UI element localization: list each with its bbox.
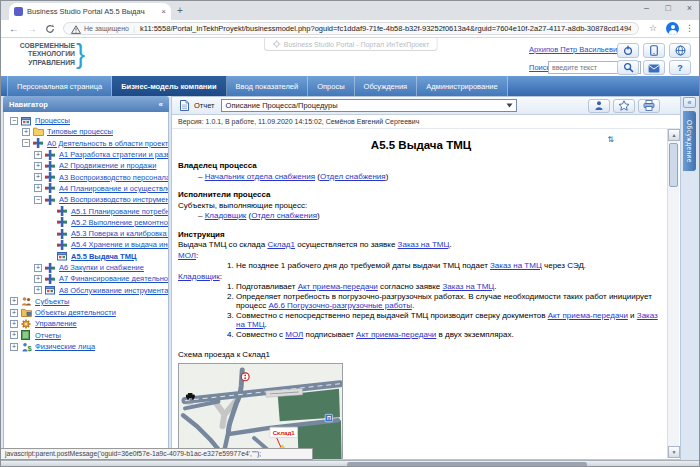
portal-nav-tab-5[interactable]: Администрирование <box>417 76 508 96</box>
profile-avatar[interactable] <box>666 22 679 35</box>
tree-expander-icon[interactable]: − <box>10 117 18 125</box>
tab-close-icon[interactable]: × <box>161 7 166 16</box>
tree-link[interactable]: А3 Воспроизводство персонала <box>59 173 168 182</box>
tree-expander-icon[interactable]: + <box>10 343 18 351</box>
scroll-down-icon[interactable]: ▼ <box>668 446 680 458</box>
content-link[interactable]: Акт приема-передачи <box>356 330 436 339</box>
print-button[interactable] <box>638 99 660 113</box>
tree-link[interactable]: Процессы <box>35 116 70 125</box>
scrollbar-thumb[interactable] <box>669 143 678 187</box>
content-link[interactable]: А6.6 Погрузочно-разгрузочные работы <box>268 301 412 310</box>
bookmark-star-icon[interactable]: ☆ <box>649 23 657 33</box>
back-icon[interactable]: ← <box>9 23 19 34</box>
subscribe-button[interactable] <box>588 99 610 113</box>
browser-tab[interactable]: Business Studio Portal A5.5 Выдача × <box>9 3 171 20</box>
tree-expander-icon[interactable]: + <box>34 162 42 170</box>
language-button[interactable] <box>669 43 691 58</box>
tree-expander-icon[interactable]: + <box>34 286 42 294</box>
portal-nav-tab-4[interactable]: Обсуждения <box>355 76 418 96</box>
window-minimize-button[interactable]: – <box>644 3 649 13</box>
tree-expander-icon[interactable]: + <box>34 173 42 181</box>
security-label[interactable]: Не защищено <box>84 25 129 32</box>
content-link[interactable]: Заказ на ТМЦ <box>398 240 450 249</box>
status-bar-link-preview: javascript:parent.postMessage('oguid=36e… <box>1 448 313 460</box>
content-link[interactable]: Склад1 <box>267 240 295 249</box>
tree-expander-icon[interactable]: − <box>22 139 30 147</box>
content-link[interactable]: Отдел снабжения <box>251 211 317 220</box>
tree-link[interactable]: А2 Продвижение и продажи <box>59 161 156 170</box>
window-maximize-button[interactable]: □ <box>666 3 671 13</box>
content-link[interactable]: Акт приема-передачи <box>298 282 378 291</box>
content-link[interactable]: МОЛ <box>285 330 303 339</box>
parking-sign-icon: П <box>325 414 332 421</box>
scroll-up-icon[interactable]: ▲ <box>668 129 680 141</box>
portal-nav-tab-0[interactable]: Персональная страница <box>7 76 112 96</box>
tree-link[interactable]: А5.2 Выполнение ремонтно-восстановительн <box>71 218 168 227</box>
tree-expander-icon[interactable]: + <box>34 184 42 192</box>
tree-item: +А7 Финансирование деятельности и расчет… <box>4 273 168 284</box>
favorite-button[interactable] <box>613 99 635 113</box>
url-text[interactable]: k11:5558/Portal_InTekhProyekt/businessmo… <box>140 24 631 33</box>
document-scrollbar[interactable]: ▲ ▼ <box>667 129 679 458</box>
mail-button[interactable] <box>643 60 665 75</box>
content-link[interactable]: Кладовщик <box>205 211 247 220</box>
current-user-link[interactable]: Архипов Петр Васильевич <box>529 45 621 54</box>
content-link[interactable]: Заказ на ТМЦ <box>490 261 542 270</box>
tree-link[interactable]: А7 Финансирование деятельности и расчеты <box>59 274 168 283</box>
tree-link[interactable]: А1 Разработка стратегии и развитие бизне… <box>59 150 168 159</box>
mobile-version-button[interactable] <box>643 43 665 58</box>
horizontal-scrollbar[interactable] <box>1 460 700 467</box>
tree-expander-icon[interactable]: + <box>10 331 18 339</box>
tree-link[interactable]: Субъекты <box>35 297 69 306</box>
tree-expander-icon[interactable]: + <box>10 309 18 317</box>
content-link[interactable]: Заказ на ТМЦ <box>443 282 495 291</box>
tree-expander-icon[interactable]: + <box>10 297 18 305</box>
content-link[interactable]: МОЛ <box>178 251 196 260</box>
tree-expander-icon[interactable]: − <box>34 196 42 204</box>
portal-nav-tab-1[interactable]: Бизнес-модель компании <box>112 76 226 96</box>
tree-expander-icon[interactable]: + <box>34 275 42 283</box>
search-button[interactable] <box>617 60 639 75</box>
tree-expander-icon[interactable]: + <box>10 320 18 328</box>
portal-nav-tab-3[interactable]: Опросы <box>308 76 354 96</box>
navigator-sidebar: Навигатор « −Процессы+Типовые процессы−А… <box>3 96 169 460</box>
tree-link[interactable]: А8 Обслуживание инструмента <box>59 286 168 295</box>
forward-icon[interactable]: → <box>27 23 37 34</box>
help-button[interactable]: ? <box>669 60 691 75</box>
discussion-collapse-icon[interactable]: « <box>683 97 696 108</box>
tree-link[interactable]: А4 Планирование и осуществление проектны… <box>59 184 168 193</box>
tree-link[interactable]: Отчеты <box>35 331 61 340</box>
url-omnibox[interactable]: Не защищено | k11:5558/Portal_InTekhProy… <box>63 22 639 35</box>
tree-expander-icon[interactable]: + <box>34 264 42 272</box>
tree-link[interactable]: А6 Закупки и снабжение <box>59 263 144 272</box>
tree-link[interactable]: Типовые процессы <box>47 127 113 136</box>
tree-link[interactable]: А5.1 Планирование потребности в покупке … <box>71 207 168 216</box>
content-link[interactable]: Начальник отдела снабжения <box>205 172 315 181</box>
tree-expander-icon[interactable]: + <box>34 151 42 159</box>
tree-link[interactable]: А5.5 Выдача ТМЦ <box>71 252 136 261</box>
tree-link[interactable]: А0 Деятельность в области проектирования… <box>47 139 168 148</box>
discussion-tab[interactable]: Обсуждение <box>683 111 696 171</box>
content-link[interactable]: Кладовщик <box>178 272 220 281</box>
tree-expander-icon[interactable]: + <box>22 128 30 136</box>
sidebar-collapse-icon[interactable]: « <box>159 100 163 109</box>
tree-link[interactable]: А5.4 Хранение и выдача инструмента <box>71 240 168 249</box>
report-select[interactable]: Описание Процесса/Процедуры <box>221 99 517 112</box>
tree-link[interactable]: Физические лица <box>35 342 95 351</box>
content-link[interactable]: Отдел снабжения <box>320 172 386 181</box>
content-link[interactable]: Акт приема-передачи <box>548 311 628 320</box>
tree-link[interactable]: Объекты деятельности <box>35 308 116 317</box>
search-link[interactable]: Поиск <box>529 63 550 72</box>
browser-menu-icon[interactable]: ⋮ <box>685 23 694 33</box>
tree-link[interactable]: А5 Воспроизводство инструмента <box>59 195 168 204</box>
refresh-icon[interactable] <box>45 24 55 36</box>
tree-item: −Процессы <box>4 115 168 126</box>
route-map: Склад1 П П <box>178 363 343 460</box>
portal-nav-tab-2[interactable]: Ввод показателей <box>227 76 309 96</box>
tree-link[interactable]: А5.3 Поверка и калибровка инструмента <box>71 229 168 238</box>
window-close-button[interactable]: × <box>687 3 692 13</box>
logout-button[interactable] <box>617 43 639 58</box>
horizontal-scrollbar-thumb[interactable] <box>347 462 587 467</box>
tree-link[interactable]: Управление <box>35 319 77 328</box>
new-tab-button[interactable]: + <box>177 5 183 16</box>
